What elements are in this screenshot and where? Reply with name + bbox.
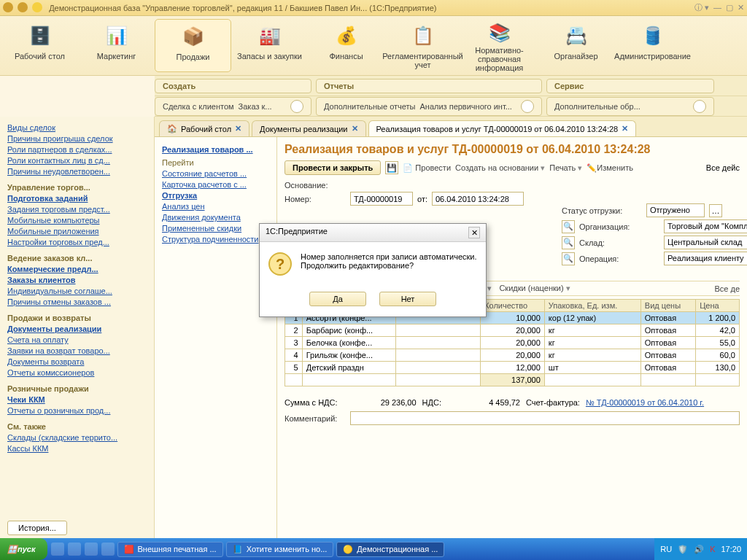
nav-link[interactable]: Подготовка заданий [7, 194, 147, 203]
nav-link[interactable]: Роли контактных лиц в сд... [7, 156, 147, 165]
desktop-icon[interactable] [101, 542, 115, 556]
tab-close-icon[interactable]: ✕ [352, 124, 358, 133]
search-icon[interactable]: 🔍 [562, 236, 575, 249]
lang-indicator[interactable]: RU [660, 545, 672, 553]
status-select-icon[interactable]: … [709, 204, 722, 217]
section-Маркетинг[interactable]: 📊Маркетинг [78, 19, 155, 72]
nav-link[interactable]: Индивидуальные соглаше... [7, 287, 147, 295]
ie-icon[interactable] [51, 542, 64, 556]
nav-link[interactable]: Причины неудовлетворен... [7, 167, 147, 176]
section-Запасы и закупки[interactable]: 🏭Запасы и закупки [231, 19, 308, 72]
nav-link[interactable]: Виды сделок [7, 123, 147, 132]
table-row[interactable]: 5Детский праздн12,000штОптовая130,0 [285, 362, 740, 374]
back-icon[interactable] [3, 2, 13, 12]
nav-link[interactable]: Склады (складские террито... [7, 433, 147, 442]
info-icon[interactable]: ⓘ ▾ [694, 3, 709, 12]
section-Продажи[interactable]: 📦Продажи [155, 19, 231, 72]
col-header[interactable]: Цена [696, 300, 740, 312]
number-input[interactable] [350, 192, 413, 206]
section-Рабочий стол[interactable]: 🗄️Рабочий стол [1, 19, 78, 72]
nav-link[interactable]: Документы реализации [7, 324, 147, 333]
tab-close-icon[interactable]: ✕ [622, 124, 628, 133]
nav-link[interactable]: Документы возврата [7, 357, 147, 366]
save-icon[interactable]: 💾 [385, 161, 398, 174]
extra-reports[interactable]: Дополнительные отчеты [324, 102, 415, 111]
section-Нормативно-справочная информация[interactable]: 📚Нормативно-справочная информация [461, 19, 538, 72]
subnav-link[interactable]: Движения документа [162, 213, 269, 222]
maximize-icon[interactable]: ▢ [726, 3, 733, 12]
nav-link[interactable]: Задания торговым предст... [7, 205, 147, 214]
subnav-link[interactable]: Отгрузка [162, 191, 269, 200]
clock[interactable]: 17:20 [721, 545, 741, 553]
yes-button[interactable]: Да [309, 292, 366, 306]
tab[interactable]: 🏠Рабочий стол✕ [159, 120, 249, 136]
tray-icon[interactable]: 🛡️ [678, 545, 688, 554]
date-input[interactable] [432, 192, 524, 206]
invoice-link[interactable]: № ТД-00000019 от 06.04.2010 г. [586, 398, 704, 407]
section-Администрирование[interactable]: 🛢️Администрирование [614, 19, 691, 72]
search-icon[interactable]: 🔍 [562, 252, 575, 265]
section-Регламентированный учет[interactable]: 📋Регламентированный учет [384, 19, 461, 72]
extra-processing[interactable]: Дополнительные обр... [554, 102, 640, 111]
subnav-link[interactable]: Анализ цен [162, 202, 269, 211]
all-table-actions[interactable]: Все де [714, 284, 740, 293]
post-button[interactable]: 📄 Провести [403, 163, 451, 173]
nav-link[interactable]: Мобильные приложения [7, 227, 147, 236]
tray-kaspersky-icon[interactable]: K [710, 545, 715, 553]
nav-link[interactable]: Заказы клиентов [7, 276, 147, 284]
nav-link[interactable]: Коммерческие предл... [7, 265, 147, 273]
tray-icon[interactable]: 🔊 [694, 545, 704, 554]
expand-icon[interactable] [521, 100, 534, 113]
history-button[interactable]: История... [7, 521, 67, 535]
favorites-icon[interactable] [32, 2, 42, 12]
subnav-link[interactable]: Карточка расчетов с ... [162, 180, 269, 189]
nav-link[interactable]: Отчеты о розничных прод... [7, 406, 147, 415]
table-row[interactable]: 4Грильяж (конфе...20,000кгОптовая60,0 [285, 349, 740, 362]
nav-link[interactable]: Роли партнеров в сделках... [7, 145, 147, 154]
primary-analysis[interactable]: Анализ первичного инт... [419, 102, 511, 111]
edit-button[interactable]: ✏️Изменить [587, 163, 633, 173]
taskbar-task[interactable]: 🟡Демонстрационная ... [336, 542, 444, 557]
taskbar-task[interactable]: 🟥Внешняя печатная ... [117, 542, 223, 557]
all-actions[interactable]: Все дейс [706, 163, 740, 172]
nav-link[interactable]: Настройки торговых пред... [7, 238, 147, 246]
nav-link[interactable]: Отчеты комиссионеров [7, 368, 147, 377]
org-input[interactable]: Торговый дом "Комплексный" [664, 219, 747, 233]
create-based-on-button[interactable]: Создать на основании [455, 163, 545, 173]
section-Органайзер[interactable]: 📇Органайзер [538, 19, 614, 72]
mail-icon[interactable] [68, 542, 81, 556]
commit-close-button[interactable]: Провести и закрыть [285, 160, 381, 175]
tab[interactable]: Реализация товаров и услуг ТД-00000019 о… [368, 120, 637, 136]
create-deal[interactable]: Сделка с клиентом [163, 102, 234, 111]
word-icon[interactable] [85, 542, 98, 556]
table-row[interactable]: 2Барбарис (конф...20,000кгОптовая42,0 [285, 324, 740, 337]
create-order[interactable]: Заказ к... [239, 102, 272, 111]
nav-link[interactable]: Причины проигрыша сделок [7, 134, 147, 143]
subnav-link[interactable]: Примененные скидки [162, 224, 269, 233]
subnav-link[interactable]: Структура подчиненности [162, 235, 269, 244]
search-icon[interactable]: 🔍 [562, 220, 575, 233]
tab[interactable]: Документы реализации✕ [252, 120, 365, 136]
taskbar-task[interactable]: 📘Хотите изменить но... [226, 542, 334, 557]
start-button[interactable]: 🪟 пуск [0, 538, 47, 560]
forward-icon[interactable] [18, 2, 28, 12]
nav-link[interactable]: Причины отмены заказов ... [7, 298, 147, 306]
nav-link[interactable]: Заявки на возврат товаро... [7, 346, 147, 355]
comment-input[interactable] [350, 411, 740, 425]
wh-input[interactable]: Центральный склад [664, 236, 747, 249]
col-header[interactable]: Количество [481, 300, 545, 312]
nav-link[interactable]: Счета на оплату [7, 335, 147, 344]
discounts-button[interactable]: Скидки (наценки) [499, 284, 570, 293]
minimize-icon[interactable]: — [713, 3, 721, 12]
expand-icon[interactable] [693, 100, 706, 113]
col-header[interactable]: Упаковка, Ед. изм. [544, 300, 640, 312]
nav-link[interactable]: Чеки ККМ [7, 395, 147, 404]
subnav-link[interactable]: Состояние расчетов ... [162, 169, 269, 178]
nav-link[interactable]: Мобильные компьютеры [7, 216, 147, 225]
dialog-close-icon[interactable]: ✕ [468, 227, 480, 238]
print-button[interactable]: Печать [549, 163, 582, 173]
status-input[interactable]: Отгружено [646, 203, 705, 217]
op-input[interactable]: Реализация клиенту [664, 252, 747, 265]
expand-icon[interactable] [290, 100, 303, 113]
close-icon[interactable]: ✕ [738, 3, 744, 12]
